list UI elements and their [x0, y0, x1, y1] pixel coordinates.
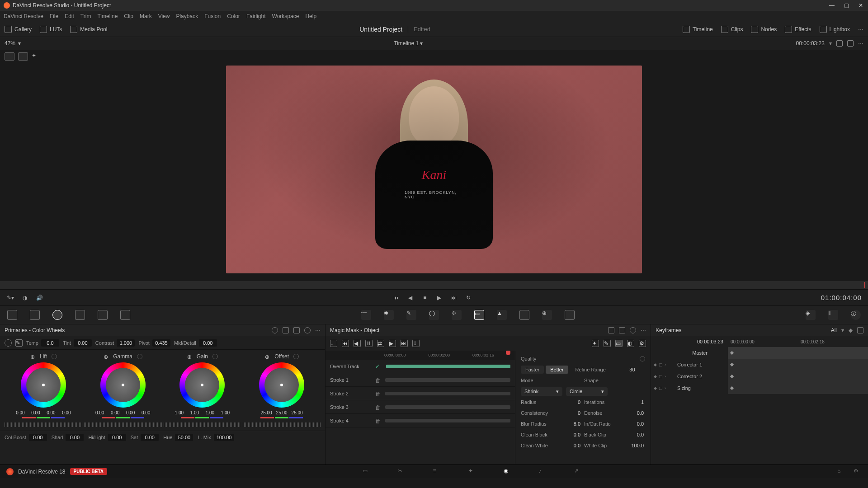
mm-mode1-icon[interactable] — [608, 327, 614, 333]
deliver-page-icon[interactable]: ↗ — [574, 468, 582, 476]
mm-pause-icon[interactable]: ⏸ — [365, 340, 373, 347]
edit-page-icon[interactable]: ≡ — [433, 468, 441, 476]
keyframe-row[interactable]: ◆▢› Corrector 2 — [651, 371, 868, 382]
pick-white-icon[interactable]: ✎ — [15, 339, 23, 347]
more-icon[interactable]: ⋯ — [641, 327, 646, 333]
keyframes-filter[interactable]: All — [831, 327, 837, 333]
clips-button[interactable]: Clips — [721, 26, 743, 33]
color-wheel[interactable] — [259, 362, 304, 408]
wheels-mode-icon[interactable] — [272, 327, 278, 333]
mode-select[interactable]: Shrink▾ — [521, 387, 562, 396]
menu-playback[interactable]: Playback — [176, 13, 198, 19]
param-value[interactable]: 0.0 — [626, 410, 644, 416]
param-value[interactable]: 0.0 — [626, 432, 644, 437]
fairlight-page-icon[interactable]: ♪ — [539, 468, 547, 476]
color-wheels-icon[interactable] — [52, 310, 62, 320]
keyframe-row[interactable]: ◆▢› Sizing — [651, 382, 868, 394]
mm-prev-kf-icon[interactable]: ⏮ — [342, 340, 349, 347]
menu-timeline[interactable]: Timeline — [97, 13, 118, 19]
wheel-reset-icon[interactable] — [293, 354, 299, 359]
refine-value[interactable]: 30 — [617, 367, 635, 372]
param-value[interactable]: 0 — [562, 399, 580, 405]
prev-frame-button[interactable]: ◀ — [406, 294, 415, 302]
play-button[interactable]: ▶ — [435, 294, 443, 302]
menu-file[interactable]: File — [50, 13, 58, 19]
scopes-icon[interactable]: ⫴ — [828, 310, 838, 320]
param-value[interactable]: 0 — [562, 410, 580, 416]
pivot-value[interactable]: 0.435 — [152, 339, 170, 347]
wheel-jog[interactable] — [84, 422, 162, 427]
mm-both-icon[interactable]: ⇄ — [377, 340, 384, 347]
viewer-scrubber[interactable] — [0, 281, 868, 289]
wheel-values[interactable]: 0.000.000.000.00 — [84, 410, 162, 415]
better-button[interactable]: Better — [546, 366, 568, 374]
camera-raw-icon[interactable] — [7, 310, 17, 320]
delete-icon[interactable]: 🗑 — [375, 418, 381, 423]
zoom-dropdown[interactable]: 47%▾ — [5, 40, 21, 47]
unmix-icon[interactable]: ◑ — [21, 294, 29, 302]
blur-icon[interactable]: ▲ — [497, 310, 507, 320]
wheel-reset-icon[interactable] — [212, 354, 218, 359]
chevron-down-icon[interactable]: ▾ — [829, 40, 832, 47]
viewer-tool-1-icon[interactable] — [5, 52, 14, 61]
temp-value[interactable]: 0.0 — [41, 339, 59, 347]
menu-help[interactable]: Help — [305, 13, 316, 19]
close-button[interactable]: ✕ — [857, 2, 864, 9]
viewer-timecode[interactable]: 00:00:03:23 — [796, 40, 825, 47]
qualifier-icon[interactable]: ✎ — [406, 310, 416, 320]
reset-icon[interactable] — [304, 327, 311, 333]
stroke-row[interactable]: Stroke 2 🗑 — [326, 387, 515, 400]
gallery-button[interactable]: Gallery — [5, 26, 32, 33]
luts-button[interactable]: LUTs — [40, 26, 62, 33]
sizing-icon[interactable]: ⊕ — [542, 310, 552, 320]
more-icon[interactable]: ⋯ — [858, 40, 863, 47]
keyframes-master-row[interactable]: Master — [651, 347, 868, 359]
mm-wand-icon[interactable]: ✦ — [592, 340, 599, 347]
cut-page-icon[interactable]: ✂ — [398, 468, 406, 476]
kf-expand-icon[interactable] — [857, 327, 863, 333]
mm-next-kf-icon[interactable]: ⏭ — [401, 340, 408, 347]
menu-davinci[interactable]: DaVinci Resolve — [4, 13, 43, 19]
menu-trim[interactable]: Trim — [80, 13, 91, 19]
settings-icon[interactable]: ⚙ — [854, 468, 862, 476]
mm-down-icon[interactable]: ↓ — [330, 340, 337, 347]
stroke-track[interactable] — [385, 392, 510, 395]
wheel-picker-icon[interactable]: ⊕ — [30, 354, 35, 359]
param-value[interactable]: 0.0 — [626, 421, 644, 427]
kf-enable-icon[interactable]: ▢ — [659, 374, 663, 379]
viewer-option-icon[interactable] — [836, 40, 843, 47]
loop-button[interactable]: ↻ — [464, 294, 472, 302]
keyframe-dot-icon[interactable]: ◆ — [849, 327, 853, 333]
stroke-track[interactable] — [386, 365, 510, 368]
stroke-track[interactable] — [385, 419, 510, 422]
wheel-picker-icon[interactable]: ⊕ — [187, 354, 192, 359]
stroke-row[interactable]: Overall Track ✓ — [326, 360, 515, 373]
wheel-jog[interactable] — [164, 422, 241, 427]
key-icon[interactable] — [519, 310, 529, 320]
tint-value[interactable]: 0.00 — [74, 339, 92, 347]
window-icon[interactable]: ◯ — [429, 310, 439, 320]
quality-reset-icon[interactable] — [640, 356, 645, 361]
nodes-button[interactable]: Nodes — [751, 26, 777, 33]
media-page-icon[interactable]: ▭ — [363, 468, 371, 476]
adjust-value[interactable]: 0.00 — [108, 434, 126, 441]
hdr-wheels-icon[interactable] — [75, 310, 85, 320]
color-wheel[interactable] — [179, 362, 225, 408]
viewer-wand-icon[interactable]: ✦ — [32, 52, 42, 61]
adjust-value[interactable]: 0.00 — [141, 434, 159, 441]
kf-chevron-icon[interactable]: › — [665, 386, 666, 390]
kf-chevron-icon[interactable]: › — [665, 362, 666, 367]
wheel-picker-icon[interactable]: ⊕ — [264, 354, 270, 359]
lightbox-button[interactable]: Lightbox — [820, 26, 850, 33]
param-value[interactable]: 0.0 — [562, 432, 580, 437]
viewer-tool-2-icon[interactable] — [18, 52, 28, 61]
wheel-picker-icon[interactable]: ⊕ — [103, 354, 108, 359]
menu-fairlight[interactable]: Fairlight — [246, 13, 266, 19]
rgb-mixer-icon[interactable] — [98, 310, 108, 320]
viewer[interactable]: ✦ Kani 1989 EST. BROOKLYN, NYC — [0, 50, 868, 289]
first-frame-button[interactable]: ⏮ — [392, 294, 400, 302]
kf-lock-icon[interactable]: ◆ — [654, 362, 657, 367]
param-value[interactable]: 8.0 — [562, 421, 580, 427]
keyframe-row[interactable]: ◆▢› Corrector 1 — [651, 359, 868, 371]
maximize-button[interactable]: ▢ — [843, 2, 850, 9]
